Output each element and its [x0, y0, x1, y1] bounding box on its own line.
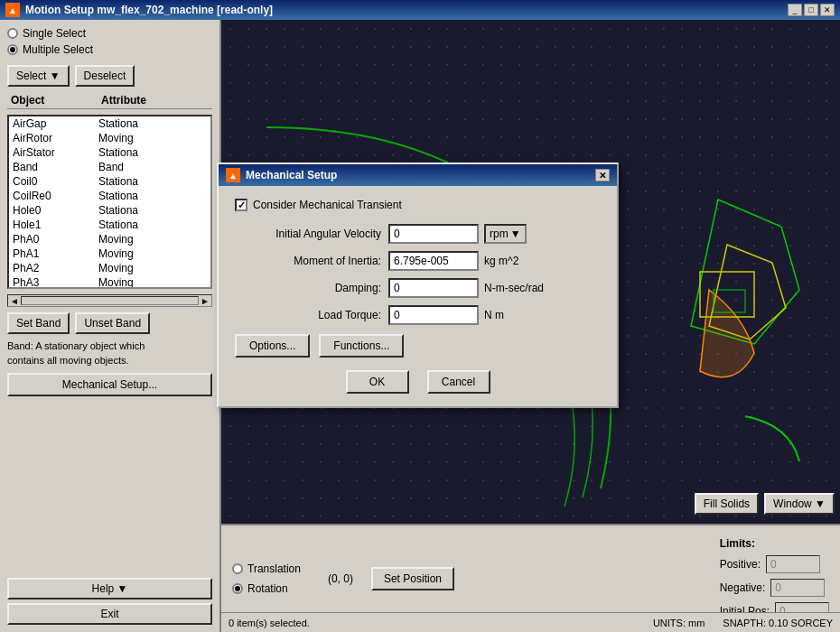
load-torque-label: Load Torque:	[235, 309, 388, 321]
options-functions-row: Options... Functions...	[235, 334, 601, 358]
damping-input[interactable]	[388, 278, 479, 298]
damping-unit: N-m-sec/rad	[484, 282, 544, 294]
moment-of-inertia-row: Moment of Inertia: kg m^2	[235, 251, 601, 271]
mechanical-setup-dialog: ▲ Mechanical Setup ✕ ✓ Consider Mechanic…	[217, 163, 619, 408]
load-torque-row: Load Torque: N m	[235, 305, 601, 325]
consider-mechanical-label: Consider Mechanical Transient	[253, 199, 402, 211]
consider-mechanical-checkbox-row[interactable]: ✓ Consider Mechanical Transient	[235, 199, 601, 211]
load-torque-input[interactable]	[388, 305, 479, 325]
modal-overlay: ▲ Mechanical Setup ✕ ✓ Consider Mechanic…	[0, 0, 840, 632]
ok-cancel-row: OK Cancel	[235, 370, 601, 394]
ok-button[interactable]: OK	[346, 370, 409, 394]
load-torque-unit: N m	[484, 309, 504, 321]
modal-icon: ▲	[226, 168, 240, 182]
consider-mechanical-checkbox[interactable]: ✓	[235, 199, 247, 211]
modal-title-left: ▲ Mechanical Setup	[226, 168, 337, 182]
cancel-button[interactable]: Cancel	[427, 370, 490, 394]
rpm-unit: rpm ▼	[484, 224, 527, 244]
damping-label: Damping:	[235, 282, 388, 294]
rpm-dropdown[interactable]: rpm ▼	[484, 224, 527, 244]
initial-angular-velocity-row: Initial Angular Velocity rpm ▼	[235, 224, 601, 244]
modal-title-bar: ▲ Mechanical Setup ✕	[219, 164, 617, 186]
functions-button[interactable]: Functions...	[319, 334, 404, 358]
modal-body: ✓ Consider Mechanical Transient Initial …	[219, 186, 617, 406]
moment-of-inertia-label: Moment of Inertia:	[235, 255, 388, 267]
damping-row: Damping: N-m-sec/rad	[235, 278, 601, 298]
modal-title: Mechanical Setup	[246, 169, 337, 181]
initial-angular-velocity-input[interactable]	[388, 224, 479, 244]
options-button[interactable]: Options...	[235, 334, 310, 358]
kg-m2-unit: kg m^2	[484, 255, 518, 267]
moment-of-inertia-input[interactable]	[388, 251, 479, 271]
initial-angular-velocity-label: Initial Angular Velocity	[235, 228, 388, 240]
modal-close-button[interactable]: ✕	[595, 169, 610, 181]
